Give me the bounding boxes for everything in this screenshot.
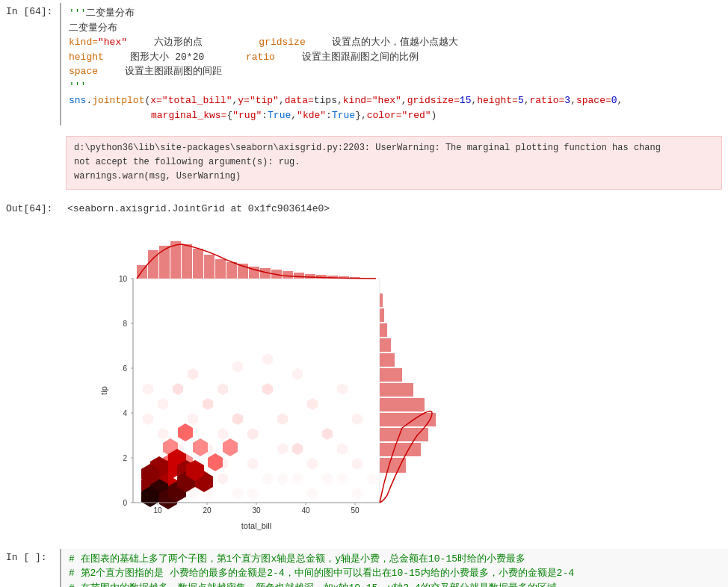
svg-rect-27 [380, 353, 395, 367]
svg-rect-8 [226, 262, 237, 279]
param-space: space [69, 66, 98, 77]
ytick-4: 4 [123, 409, 127, 417]
svg-rect-22 [380, 428, 428, 441]
output-cell-64: Out[64]: <seaborn.axisgrid.JointGrid at … [0, 197, 728, 220]
comment-line1: # 在图表的基础上多了两个子图，第1个直方图x轴是总金额，y轴是小费，总金额在1… [69, 553, 525, 565]
comment-line3: # 在范围内的数据越多，数据点就越密集，颜色也就越深，如x轴10-15，y轴2-… [69, 583, 557, 587]
y-axis-label: tip [99, 386, 108, 395]
desc-space: 设置主图跟副图的间距 [125, 66, 222, 77]
svg-rect-29 [380, 323, 387, 337]
input-cell-empty: In [ ]: # 在图表的基础上多了两个子图，第1个直方图x轴是总金额，y轴是… [0, 546, 728, 587]
param-line-1: kind="hex" 六边形的点 gridsize 设置点的大小，值越小点越大 [69, 37, 458, 48]
plot-content: 0 2 4 6 8 10 10 20 [60, 223, 728, 543]
svg-rect-7 [215, 259, 226, 279]
joint-plot-svg: 0 2 4 6 8 10 10 20 [88, 234, 462, 547]
param-ratio: ratio [246, 52, 275, 63]
desc-gridsize: 设置点的大小，值越小点越大 [332, 37, 458, 48]
desc-height: 图形大小 20*20 [130, 52, 204, 63]
subtitle-text: 二变量分布 [69, 22, 117, 34]
ytick-8: 8 [123, 320, 127, 328]
title-text: 二变量分布 [86, 7, 135, 19]
xtick-50: 50 [351, 506, 360, 515]
cell-label-empty: In [ ]: [0, 549, 60, 563]
triple-quote-open: ''' [69, 7, 86, 19]
plot-cell: 0 2 4 6 8 10 10 20 [0, 220, 728, 546]
svg-rect-25 [380, 383, 413, 397]
out-text-64: <seaborn.axisgrid.JointGrid at 0x1fc9036… [67, 203, 330, 214]
svg-rect-20 [380, 458, 406, 473]
svg-rect-6 [204, 255, 215, 279]
ytick-10: 10 [119, 275, 128, 283]
x-axis-ticks: 10 20 30 40 50 [153, 503, 360, 515]
desc-hex: 六边形的点 [154, 37, 203, 48]
last-code-content: # 在图表的基础上多了两个子图，第1个直方图x轴是总金额，y轴是小费，总金额在1… [60, 549, 728, 587]
param-gridsize: gridsize [259, 37, 305, 48]
svg-rect-14 [294, 273, 304, 279]
svg-rect-3 [170, 241, 181, 279]
sns-code-line1: sns.jointplot(x="total_bill",y="tip",dat… [69, 95, 623, 106]
svg-rect-26 [380, 368, 402, 382]
warning-line2: not accept the following argument(s): ru… [74, 157, 300, 167]
svg-rect-15 [305, 274, 315, 279]
svg-rect-24 [380, 398, 425, 411]
param-line-2: height 图形大小 20*20 ratio 设置主图跟副图之间的比例 [69, 52, 419, 63]
cell-label-64: In [64]: [0, 3, 60, 17]
svg-rect-31 [380, 294, 383, 307]
warning-block: d:\python36\lib\site-packages\seaborn\ax… [66, 136, 722, 190]
svg-rect-30 [380, 308, 384, 322]
xtick-10: 10 [153, 506, 162, 515]
warning-cell: d:\python36\lib\site-packages\seaborn\ax… [0, 128, 728, 197]
warning-line3: warnings.warn(msg, UserWarning) [74, 171, 241, 181]
svg-rect-5 [193, 249, 203, 279]
param-line-3: space 设置主图跟副图的间距 [69, 66, 222, 77]
desc-ratio: 设置主图跟副图之间的比例 [302, 52, 419, 63]
y-axis-ticks: 0 2 4 6 8 10 [119, 275, 133, 507]
ytick-6: 6 [123, 364, 127, 373]
out-content-64: <seaborn.axisgrid.JointGrid at 0x1fc9036… [60, 200, 728, 217]
warning-content: d:\python36\lib\site-packages\seaborn\ax… [60, 131, 728, 194]
svg-rect-2 [159, 246, 170, 279]
x-axis-label: total_bill [241, 521, 271, 530]
warning-label-empty [0, 131, 60, 134]
svg-rect-28 [380, 338, 391, 352]
comment-line2: # 第2个直方图指的是 小费给的最多的金额是2-4，中间的图中可以看出在10-1… [69, 568, 574, 579]
sns-code-line2: marginal_kws={"rug":True,"kde":True},col… [69, 110, 437, 121]
right-histogram [380, 294, 436, 503]
svg-rect-13 [283, 271, 293, 279]
input-cell-64: In [64]: '''二变量分布 二变量分布 kind="hex" 六边形的点… [0, 0, 728, 128]
out-label-64: Out[64]: [0, 200, 60, 214]
plot-container: 0 2 4 6 8 10 10 20 [88, 234, 462, 532]
plot-label-empty [0, 223, 60, 226]
xtick-40: 40 [301, 506, 310, 515]
param-kind: kind="hex" [69, 37, 127, 48]
ytick-2: 2 [123, 454, 127, 462]
ytick-0: 0 [123, 499, 127, 507]
top-histogram [137, 241, 376, 279]
svg-rect-21 [380, 443, 421, 456]
svg-rect-4 [182, 244, 192, 279]
xtick-30: 30 [252, 506, 261, 515]
warning-line1: d:\python36\lib\site-packages\seaborn\ax… [74, 143, 661, 153]
code-content-64: '''二变量分布 二变量分布 kind="hex" 六边形的点 gridsize… [60, 3, 728, 125]
xtick-20: 20 [203, 506, 212, 515]
param-height: height [69, 52, 104, 63]
triple-quote-close: ''' [69, 81, 86, 92]
